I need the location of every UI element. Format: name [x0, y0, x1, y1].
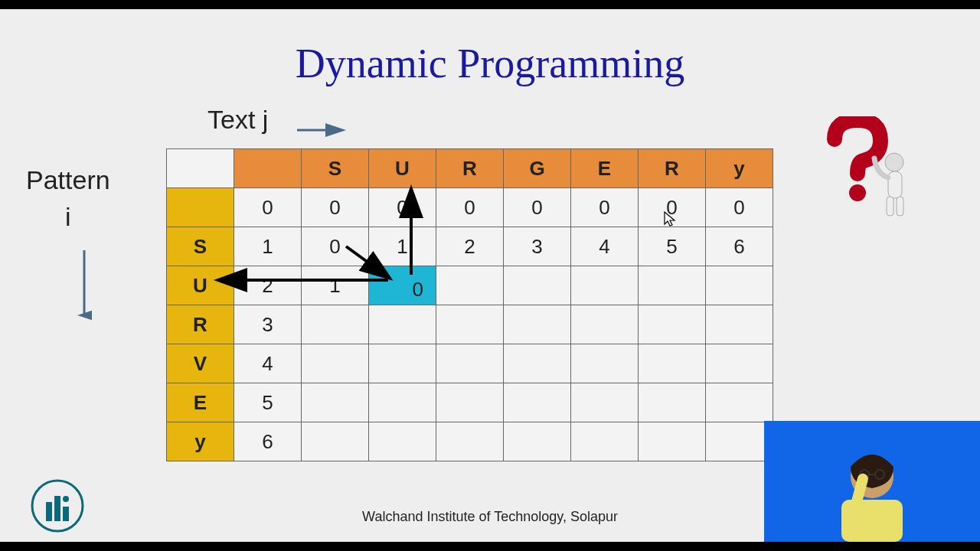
dp-cell: 0	[302, 188, 369, 227]
presenter-video	[764, 421, 980, 542]
svg-rect-9	[897, 197, 903, 216]
dp-cell: 0	[369, 188, 436, 227]
text-header-cell: U	[369, 149, 436, 188]
presenter-silhouette	[811, 427, 933, 542]
dp-cell	[302, 422, 369, 461]
dp-cell: 6	[234, 422, 302, 461]
dp-cell: 1	[234, 227, 302, 266]
dp-cell	[706, 383, 773, 422]
dp-cell	[302, 305, 369, 344]
svg-rect-13	[63, 507, 69, 521]
dp-cell	[504, 266, 571, 305]
dp-cell	[436, 305, 504, 344]
dp-cell	[504, 344, 571, 383]
svg-rect-7	[888, 171, 902, 198]
dp-cell	[504, 422, 571, 461]
dp-cell: 5	[639, 227, 706, 266]
dp-cell	[639, 344, 706, 383]
dp-cell	[639, 305, 706, 344]
svg-point-6	[885, 153, 903, 171]
dp-cell: 4	[571, 227, 639, 266]
dp-cell: 0	[436, 188, 504, 227]
dp-cell: 0	[571, 188, 639, 227]
dp-cell: 4	[234, 344, 302, 383]
dp-cell: 0	[504, 188, 571, 227]
pattern-header-cell: S	[167, 227, 234, 266]
dp-cell: 1	[369, 227, 436, 266]
dp-cell	[571, 383, 639, 422]
pattern-header-cell	[167, 188, 234, 227]
down-arrow-icon	[77, 250, 92, 327]
dp-cell	[571, 266, 639, 305]
dp-cell	[706, 422, 773, 461]
text-header-cell: G	[504, 149, 571, 188]
dp-cell: 2	[436, 227, 504, 266]
text-header-cell: S	[302, 149, 369, 188]
dp-cell	[504, 383, 571, 422]
dp-cell: 0	[302, 227, 369, 266]
text-header-cell: E	[571, 149, 639, 188]
dp-cell	[436, 422, 504, 461]
pattern-header-cell: R	[167, 305, 234, 344]
dp-cell	[639, 383, 706, 422]
dp-cell	[706, 305, 773, 344]
dp-cell: 2	[234, 266, 302, 305]
dp-cell	[369, 383, 436, 422]
pattern-header-cell: V	[167, 344, 234, 383]
dp-cell: 1	[302, 266, 369, 305]
svg-point-5	[849, 184, 866, 201]
svg-point-14	[63, 496, 69, 502]
dp-cell	[706, 266, 773, 305]
text-header-cell: R	[639, 149, 706, 188]
axis-left-label: Pattern i	[26, 162, 110, 235]
cursor-icon	[663, 210, 677, 231]
right-arrow-icon	[297, 122, 351, 138]
dp-cell: 0	[706, 188, 773, 227]
axis-left-label-line1: Pattern	[26, 165, 110, 194]
dp-cell	[571, 305, 639, 344]
dp-cell: 6	[706, 227, 773, 266]
slide-title: Dynamic Programming	[0, 40, 980, 87]
dp-cell	[639, 266, 706, 305]
dp-cell	[436, 266, 504, 305]
svg-rect-8	[887, 197, 893, 216]
dp-cell	[369, 305, 436, 344]
text-header-cell: R	[436, 149, 504, 188]
dp-cell	[436, 344, 504, 383]
dp-cell	[369, 422, 436, 461]
question-mark-icon	[804, 116, 926, 223]
dp-cell	[369, 344, 436, 383]
axis-top-label: Text j	[207, 105, 268, 135]
dp-cell	[436, 383, 504, 422]
text-header-cell	[234, 149, 302, 188]
dp-cell	[504, 305, 571, 344]
dp-cell: 0	[369, 266, 436, 305]
dp-cell: 0	[234, 188, 302, 227]
axis-left-label-line2: i	[65, 202, 71, 231]
dp-cell	[571, 422, 639, 461]
dp-cell	[706, 344, 773, 383]
institute-logo	[31, 479, 84, 533]
slide: Dynamic Programming Text j Pattern i SUR…	[0, 9, 980, 542]
svg-rect-12	[54, 496, 60, 521]
pattern-header-cell: E	[167, 383, 234, 422]
dp-cell	[302, 344, 369, 383]
dp-table: SURGERy00000000S10123456U210R3V4E5y6	[166, 148, 773, 461]
dp-cell	[302, 383, 369, 422]
dp-cell: 5	[234, 383, 302, 422]
pattern-header-cell: U	[167, 266, 234, 305]
dp-cell: 3	[504, 227, 571, 266]
corner-cell	[167, 149, 234, 188]
pattern-header-cell: y	[167, 422, 234, 461]
dp-cell	[571, 344, 639, 383]
text-header-cell: y	[706, 149, 773, 188]
svg-rect-11	[46, 502, 52, 521]
dp-cell: 3	[234, 305, 302, 344]
dp-cell	[639, 422, 706, 461]
